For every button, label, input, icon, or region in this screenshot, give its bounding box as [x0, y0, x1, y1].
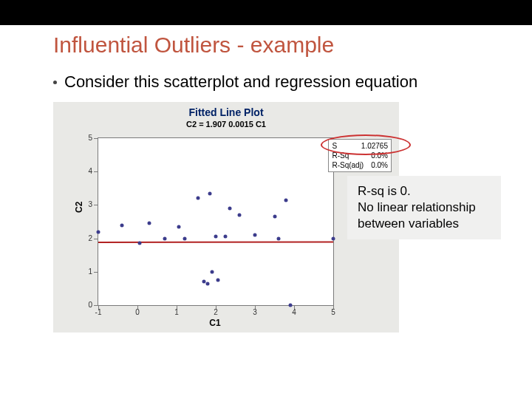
y-tick	[94, 239, 98, 239]
highlight-oval	[321, 134, 411, 155]
x-tick-label: 4	[287, 308, 301, 316]
bullet-dot	[53, 81, 57, 84]
data-point	[163, 236, 167, 240]
data-point	[208, 191, 212, 195]
chart-box: 012345-1012345	[98, 137, 334, 306]
x-tick-label: -1	[91, 308, 106, 316]
y-tick-label: 0	[75, 301, 92, 309]
plot-title-main: Fitted Line Plot	[53, 106, 399, 118]
y-tick	[94, 205, 98, 205]
y-tick-label: 3	[75, 200, 92, 208]
callout-line-3: between variables	[358, 216, 491, 232]
data-point	[237, 213, 241, 216]
y-tick	[94, 138, 98, 139]
data-point	[197, 197, 200, 200]
stat-rsqa-value: 0.0%	[371, 160, 388, 170]
data-point	[120, 223, 123, 227]
callout: R-sq is 0. No linear relationship betwee…	[347, 176, 501, 239]
top-bar	[0, 0, 532, 25]
regression-line	[98, 241, 333, 242]
stat-rsqa-label: R-Sq(adj)	[332, 160, 364, 170]
data-point	[206, 282, 210, 285]
y-tick-label: 1	[75, 267, 92, 276]
y-tick	[94, 171, 98, 172]
data-point	[137, 242, 141, 245]
data-point	[210, 270, 214, 273]
x-tick-label: 2	[208, 308, 223, 316]
y-tick-label: 4	[75, 167, 92, 175]
data-point	[273, 215, 276, 219]
data-point	[253, 233, 257, 237]
data-point	[332, 236, 335, 240]
data-point	[288, 304, 292, 307]
stat-rsqa-row: R-Sq(adj) 0.0%	[332, 160, 388, 170]
y-tick-label: 5	[75, 134, 92, 142]
callout-line-1: R-sq is 0.	[358, 183, 491, 200]
data-point	[224, 235, 228, 239]
figure: Fitted Line Plot C2 = 1.907 0.0015 C1 C2…	[53, 102, 474, 332]
bullet-line: Consider this scatterplot and regression…	[53, 72, 532, 92]
data-point	[147, 222, 151, 225]
data-point	[202, 280, 206, 284]
slide-title: Influential Outliers - example	[53, 33, 532, 58]
data-point	[228, 206, 231, 210]
bullet-text: Consider this scatterplot and regression…	[64, 72, 417, 92]
plot-title-sub: C2 = 1.907 0.0015 C1	[53, 120, 399, 129]
data-point	[284, 198, 288, 202]
x-tick-label: 3	[248, 308, 262, 316]
y-tick-label: 2	[75, 234, 92, 242]
x-axis-label: C1	[98, 318, 332, 328]
y-tick	[94, 272, 98, 273]
callout-line-2: No linear relationship	[358, 200, 491, 216]
data-point	[276, 236, 280, 240]
x-tick-label: 1	[169, 308, 184, 316]
data-point	[177, 225, 180, 228]
plot-titles: Fitted Line Plot C2 = 1.907 0.0015 C1	[53, 106, 399, 129]
x-tick-label: 5	[326, 308, 341, 316]
y-tick	[94, 305, 98, 306]
data-point	[97, 230, 100, 233]
data-point	[216, 279, 219, 282]
x-tick-label: 0	[130, 308, 145, 316]
data-point	[214, 235, 218, 239]
data-point	[183, 236, 186, 240]
